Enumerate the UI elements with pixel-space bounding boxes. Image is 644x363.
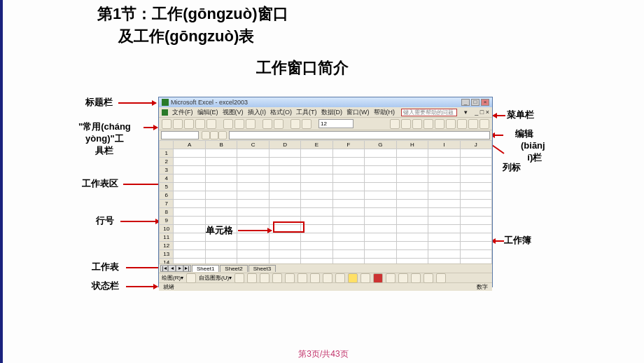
sort-desc-icon[interactable] (302, 119, 312, 129)
label-worksheet: 工作表 (92, 261, 119, 273)
dash-icon[interactable] (398, 273, 408, 283)
diagram-icon[interactable] (310, 273, 320, 283)
col-header[interactable]: G (365, 141, 396, 149)
pointer-icon[interactable] (186, 273, 196, 283)
redo-icon[interactable] (274, 119, 284, 129)
menu-item[interactable]: 帮助(H) (374, 108, 396, 117)
tab-nav-next[interactable]: ▸ (176, 265, 183, 272)
arrow-statusbar (126, 286, 158, 287)
sheet-tab[interactable]: Sheet2 (220, 265, 247, 272)
row-header[interactable]: 4 (160, 174, 174, 183)
linecolor-icon[interactable] (360, 273, 370, 283)
sheet-tab[interactable]: Sheet1 (192, 265, 219, 272)
tool-icon[interactable] (468, 119, 478, 129)
row-header[interactable]: 6 (160, 191, 174, 200)
paste-icon[interactable] (246, 119, 255, 129)
row-header[interactable]: 3 (160, 166, 174, 174)
name-box[interactable] (161, 131, 199, 139)
worksheet-grid[interactable]: A B C D E F G H I J 1 2 3 4 5 6 7 8 9 10… (159, 140, 492, 263)
picture-icon[interactable] (335, 273, 345, 283)
textbox-icon[interactable] (285, 273, 295, 283)
cut-icon[interactable] (223, 119, 233, 129)
help-search-input[interactable]: 键入需要帮助的问题 (401, 109, 457, 116)
tab-nav-last[interactable]: ▸| (183, 265, 191, 272)
fillcolor-icon[interactable] (348, 273, 358, 283)
section-title: 第1节：工作(gōngzuò)窗口 及工作(gōngzuò)表 (97, 4, 288, 47)
maximize-button[interactable]: □ (471, 99, 479, 106)
label-editbar: 编辑 (biānj í)栏 (503, 128, 545, 164)
tool-icon[interactable] (401, 119, 411, 129)
lineweight-icon[interactable] (386, 273, 396, 283)
save-icon[interactable] (184, 119, 194, 129)
tool-icon[interactable] (479, 119, 489, 129)
col-header[interactable]: F (332, 141, 364, 149)
tool-icon[interactable] (435, 119, 444, 129)
cells-table: A B C D E F G H I J 1 2 3 4 5 6 7 8 9 10… (159, 140, 492, 263)
menu-item[interactable]: 视图(V) (223, 108, 244, 117)
menu-item[interactable]: 插入(I) (248, 108, 267, 117)
open-icon[interactable] (173, 119, 183, 129)
menu-item[interactable]: 格式(O) (270, 108, 292, 117)
shadow-icon[interactable] (424, 273, 433, 283)
label-menubar: 菜单栏 (507, 109, 534, 121)
row-header[interactable]: 7 (160, 200, 174, 208)
wordart-icon[interactable] (298, 273, 307, 283)
oval-icon[interactable] (272, 273, 282, 283)
col-header[interactable]: I (428, 141, 460, 149)
menu-item[interactable]: 数据(D) (321, 108, 343, 117)
col-header[interactable]: A (174, 141, 205, 149)
new-icon[interactable] (162, 119, 172, 129)
tab-nav-prev[interactable]: ◂ (168, 265, 176, 272)
clipart-icon[interactable] (323, 273, 332, 283)
col-header[interactable]: E (301, 141, 332, 149)
tool-icon[interactable] (424, 119, 433, 129)
sheet-tab[interactable]: Sheet3 (248, 265, 276, 272)
menu-item[interactable]: 窗口(W) (346, 108, 370, 117)
fx-icon[interactable] (218, 131, 227, 139)
rect-icon[interactable] (260, 273, 270, 283)
preview-icon[interactable] (206, 119, 216, 129)
tool-icon[interactable] (412, 119, 422, 129)
row-header[interactable]: 12 (160, 242, 174, 250)
sort-asc-icon[interactable] (290, 119, 300, 129)
col-header[interactable]: C (237, 141, 269, 149)
formula-input[interactable] (229, 131, 490, 139)
tab-nav-first[interactable]: |◂ (160, 265, 168, 272)
col-header[interactable]: J (460, 141, 491, 149)
autoshape-menu[interactable]: 自选图形(U)▾ (199, 274, 232, 282)
row-header[interactable]: 8 (160, 208, 174, 217)
undo-icon[interactable] (262, 119, 272, 129)
fontcolor-icon[interactable] (373, 273, 383, 283)
select-all-corner[interactable] (160, 141, 174, 149)
label-column-header: 列标 (503, 162, 521, 174)
row-header[interactable]: 5 (160, 183, 174, 191)
tool-icon[interactable] (457, 119, 467, 129)
row-header[interactable]: 11 (160, 233, 174, 242)
menu-item[interactable]: 编辑(E) (197, 108, 218, 117)
col-header[interactable]: D (269, 141, 300, 149)
font-size-selector[interactable]: 12 (318, 119, 354, 128)
close-button[interactable]: × (481, 99, 489, 106)
row-header[interactable]: 13 (160, 250, 174, 259)
minimize-button[interactable]: _ (461, 99, 470, 106)
3d-icon[interactable] (436, 273, 446, 283)
menu-item[interactable]: 工具(T) (296, 108, 317, 117)
col-header[interactable]: B (205, 141, 237, 149)
col-header[interactable]: H (396, 141, 428, 149)
copy-icon[interactable] (234, 119, 244, 129)
enter-icon[interactable] (210, 131, 218, 139)
row-header[interactable]: 2 (160, 158, 174, 166)
print-icon[interactable] (195, 119, 205, 129)
line-icon[interactable] (234, 273, 244, 283)
row-header[interactable]: 14 (160, 259, 174, 264)
draw-menu[interactable]: 绘图(R)▾ (162, 274, 183, 282)
row-header[interactable]: 1 (160, 149, 174, 158)
menu-item[interactable]: 文件(F) (172, 108, 193, 117)
arrow-icon[interactable] (247, 273, 257, 283)
row-header[interactable]: 10 (160, 225, 174, 233)
row-header[interactable]: 9 (160, 217, 174, 225)
tool-icon[interactable] (446, 119, 456, 129)
tool-icon[interactable] (390, 119, 400, 129)
cancel-icon[interactable] (202, 131, 210, 139)
arrowstyle-icon[interactable] (411, 273, 421, 283)
